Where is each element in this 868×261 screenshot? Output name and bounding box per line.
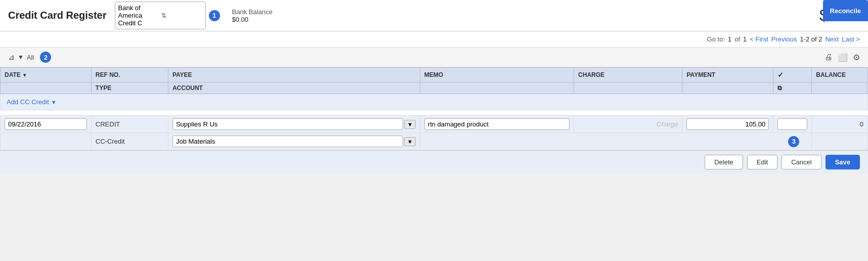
- entry-sub-empty: 3: [420, 133, 812, 150]
- last-link[interactable]: Last >: [842, 35, 860, 43]
- col-memo-sub-empty: [420, 82, 574, 94]
- type-value: CC-Credit: [96, 138, 125, 145]
- check-input[interactable]: [777, 118, 807, 130]
- entry-balance-cell: 0: [812, 116, 868, 133]
- filter-icon: ⊿: [8, 53, 15, 62]
- register-table: DATE ▼ REF NO. PAYEE MEMO CHARGE PAYMENT…: [0, 67, 868, 150]
- account-input[interactable]: [172, 136, 403, 147]
- table-row: CREDIT ▼ Charge: [1, 116, 868, 133]
- sort-arrow-icon: ▼: [22, 72, 27, 78]
- payee-wrapper: ▼: [172, 118, 416, 130]
- add-cc-credit-label: Add CC Credit: [7, 98, 49, 106]
- col-type: TYPE: [91, 82, 168, 94]
- entry-check-cell[interactable]: [773, 116, 812, 133]
- pagination-row: Go to: 1 of 1 < First Previous 1-2 of 2 …: [0, 31, 868, 48]
- col-payee: PAYEE: [168, 68, 420, 82]
- account-name: Bank of America Credit C: [118, 4, 159, 27]
- payment-input[interactable]: [686, 118, 769, 130]
- entry-memo-cell[interactable]: [420, 116, 574, 133]
- entry-sub-balance-empty: [812, 133, 868, 150]
- col-payment: PAYMENT: [682, 68, 773, 82]
- table-row-sub: CC-Credit ▼ 3: [1, 133, 868, 150]
- reconcile-button[interactable]: Reconcile: [823, 0, 868, 21]
- next-link[interactable]: Next: [825, 35, 839, 43]
- entry-date-cell[interactable]: [1, 116, 92, 133]
- badge-1: 1: [209, 10, 220, 21]
- bank-balance-amount: $0.00: [232, 16, 273, 23]
- charge-placeholder: Charge: [657, 120, 678, 128]
- col-balance: BALANCE: [812, 68, 868, 82]
- col-balance-sub-empty: [812, 82, 868, 94]
- account-arrows-icon: ⇅: [161, 12, 202, 19]
- page-title: Credit Card Register: [8, 10, 107, 21]
- entry-payee-cell[interactable]: ▼: [168, 116, 420, 133]
- filter-row: ⊿ ▼ All 2 🖨 ⬜ ⚙: [0, 48, 868, 67]
- edit-button[interactable]: Edit: [747, 155, 777, 169]
- balance-value: 0: [860, 120, 863, 128]
- add-cc-credit-cell[interactable]: Add CC Credit ▼: [1, 94, 868, 110]
- save-button[interactable]: Save: [826, 155, 860, 169]
- col-check: ✓: [773, 68, 812, 82]
- export-icon[interactable]: ⬜: [838, 53, 848, 62]
- col-account: ACCOUNT: [168, 82, 420, 94]
- col-refno: REF NO.: [91, 68, 168, 82]
- entry-type-empty: [1, 133, 92, 150]
- col-payment-sub-empty: [682, 82, 773, 94]
- col-charge: CHARGE: [574, 68, 682, 82]
- col-memo: MEMO: [420, 68, 574, 82]
- spacer-row: [1, 110, 868, 116]
- header: Credit Card Register Bank of America Cre…: [0, 0, 868, 31]
- table-header-row-2: TYPE ACCOUNT ⧉: [1, 82, 868, 94]
- previous-link[interactable]: Previous: [771, 35, 797, 43]
- col-copy-icon: ⧉: [773, 82, 812, 94]
- col-type-empty: [1, 82, 92, 94]
- payee-input[interactable]: [172, 118, 403, 130]
- col-charge-sub-empty: [574, 82, 682, 94]
- table-header-row-1: DATE ▼ REF NO. PAYEE MEMO CHARGE PAYMENT…: [1, 68, 868, 82]
- filter-left: ⊿ ▼ All 2: [8, 52, 51, 63]
- delete-button[interactable]: Delete: [705, 155, 743, 169]
- filter-right: 🖨 ⬜ ⚙: [824, 53, 860, 62]
- page-current: 1: [728, 35, 731, 43]
- print-icon[interactable]: 🖨: [824, 53, 833, 62]
- first-link[interactable]: < First: [750, 35, 768, 43]
- goto-label: Go to:: [707, 35, 725, 43]
- memo-input[interactable]: [424, 118, 570, 130]
- account-selector[interactable]: Bank of America Credit C ⇅: [115, 2, 206, 29]
- page-of: of: [734, 35, 740, 43]
- page-total: 1: [743, 35, 747, 43]
- settings-icon[interactable]: ⚙: [853, 53, 860, 62]
- page-range: 1-2 of 2: [800, 35, 822, 43]
- payee-dropdown-button[interactable]: ▼: [404, 120, 416, 129]
- date-input[interactable]: [5, 118, 87, 130]
- add-cc-credit-arrow-icon: ▼: [51, 99, 57, 105]
- badge-3: 3: [788, 136, 799, 147]
- add-cc-credit-row[interactable]: Add CC Credit ▼: [1, 94, 868, 110]
- filter-label: All: [27, 54, 34, 61]
- cancel-button[interactable]: Cancel: [782, 155, 821, 169]
- table-container: DATE ▼ REF NO. PAYEE MEMO CHARGE PAYMENT…: [0, 67, 868, 150]
- col-date: DATE ▼: [1, 68, 92, 82]
- copy-icon: ⧉: [777, 84, 782, 92]
- add-cc-credit-button[interactable]: Add CC Credit ▼: [7, 98, 861, 106]
- account-wrapper: ▼: [172, 136, 416, 147]
- checkmark-icon: ✓: [777, 71, 784, 79]
- bank-balance-label: Bank Balance: [232, 8, 273, 16]
- filter-dropdown-arrow[interactable]: ▼: [18, 54, 24, 61]
- account-dropdown-button[interactable]: ▼: [404, 137, 416, 146]
- entry-charge-cell: Charge: [574, 116, 682, 133]
- entry-type-cell: CC-Credit: [91, 133, 168, 150]
- bank-balance: Bank Balance $0.00: [232, 8, 273, 23]
- badge-2: 2: [40, 52, 51, 63]
- entry-refno-cell: CREDIT: [91, 116, 168, 133]
- action-row: Delete Edit Cancel Save: [0, 150, 868, 173]
- refno-value: CREDIT: [96, 120, 120, 128]
- entry-payment-cell[interactable]: [682, 116, 773, 133]
- entry-account-cell[interactable]: ▼: [168, 133, 420, 150]
